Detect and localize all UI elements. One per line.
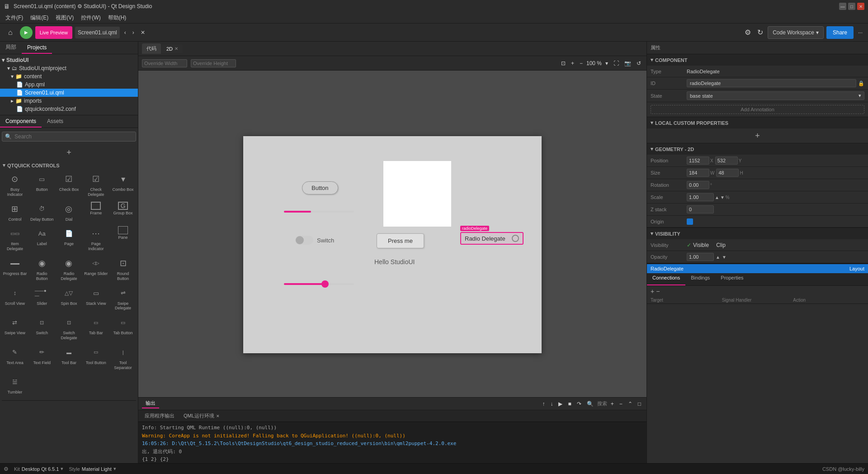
comp-dial[interactable]: ◎ Dial	[56, 200, 82, 224]
style-selector[interactable]: Style Material Light ▾	[69, 466, 116, 472]
override-height-input[interactable]	[191, 59, 236, 67]
opacity-up-icon[interactable]: ▲	[716, 255, 720, 260]
output-tab[interactable]: 输出	[142, 399, 159, 408]
toggle-switch[interactable]	[295, 236, 313, 245]
output-add-icon[interactable]: +	[609, 400, 616, 408]
tree-item[interactable]: ▾ 📁 content	[0, 72, 138, 81]
opacity-input[interactable]	[687, 253, 714, 261]
comp-swipe-delegate[interactable]: ⇌ SwipeDelegate	[110, 284, 136, 313]
tab-2d[interactable]: 2D ✕	[162, 44, 183, 53]
w-input[interactable]	[687, 169, 709, 177]
zstack-input[interactable]	[687, 205, 714, 213]
tab-close-icon[interactable]: ✕	[175, 46, 178, 51]
output-down-icon[interactable]: ↓	[548, 400, 555, 408]
settings-icon[interactable]: ⚙	[743, 27, 753, 38]
comp-page[interactable]: 📄 Page	[56, 224, 82, 253]
comp-stack-view[interactable]: ▭ Stack View	[83, 284, 109, 313]
tab-projects[interactable]: Projects	[22, 42, 52, 54]
zoom-in-icon[interactable]: +	[569, 59, 576, 67]
tree-item-selected[interactable]: 📄 Screen01.ui.qml	[0, 89, 138, 97]
tree-root[interactable]: ▾ StudioUI	[0, 56, 138, 64]
canvas-press-button[interactable]: Press me	[377, 233, 424, 248]
comp-slider[interactable]: ——●— Slider	[29, 284, 55, 313]
output-up-icon[interactable]: ↑	[540, 400, 547, 408]
id-value[interactable]: radioDelegate	[687, 79, 856, 87]
nav-close-button[interactable]: ✕	[139, 28, 147, 37]
comp-tumbler[interactable]: ☱ Tumbler	[2, 373, 28, 397]
comp-progress-bar[interactable]: ▬▬ Progress Bar	[2, 254, 28, 283]
canvas-radio-delegate[interactable]: Radio Delegate	[460, 232, 524, 245]
home-button[interactable]: ⌂	[4, 26, 17, 39]
menu-edit[interactable]: 编辑(E)	[27, 13, 52, 23]
y-input[interactable]	[715, 156, 738, 165]
nav-fwd-button[interactable]: ›	[131, 28, 136, 37]
add-component-button[interactable]: +	[64, 147, 75, 158]
comp-switch-delegate[interactable]: ⊡ SwitchDelegate	[56, 313, 82, 342]
comp-delay-button[interactable]: ⏱ Delay Button	[29, 200, 55, 224]
menu-file[interactable]: 文件(F)	[2, 13, 27, 23]
comp-tab-bar[interactable]: ▭ Tab Bar	[83, 313, 109, 342]
comp-check-box[interactable]: ☑ Check Box	[56, 170, 82, 199]
refresh-icon[interactable]: ↻	[755, 27, 765, 38]
tab-local[interactable]: 局部	[0, 42, 22, 54]
menu-view[interactable]: 视图(V)	[52, 13, 77, 23]
comp-swipe-view[interactable]: ⇄ Swipe View	[2, 313, 28, 342]
qtquick-controls-header[interactable]: ▾ QTQUICK CONTROLS	[2, 161, 136, 170]
comp-tool-button[interactable]: ▭ Tool Button	[83, 343, 109, 372]
zoom-out-icon[interactable]: −	[578, 59, 585, 67]
qml-env-tab[interactable]: QML运行环境 ✕	[180, 412, 223, 420]
comp-switch[interactable]: ⊡ Switch	[29, 313, 55, 342]
camera-icon[interactable]: 📷	[623, 59, 633, 67]
rotation-input[interactable]	[687, 181, 709, 189]
minimize-button[interactable]: —	[839, 3, 846, 10]
tab-code[interactable]: 代码	[142, 43, 161, 54]
refresh-canvas-icon[interactable]: ↺	[635, 59, 643, 67]
comp-item-delegate[interactable]: ▭▭ ItemDelegate	[2, 224, 28, 253]
qml-close-icon[interactable]: ✕	[216, 414, 220, 418]
zoom-step-icon[interactable]: ▾	[604, 59, 610, 67]
output-search-icon[interactable]: 🔍	[585, 400, 595, 408]
workspace-selector[interactable]: Code Workspace ▾	[768, 26, 824, 39]
search-input[interactable]	[14, 133, 133, 140]
comp-check-delegate[interactable]: ☑ CheckDelegate	[83, 170, 109, 199]
conn-tab-properties[interactable]: Properties	[715, 273, 749, 285]
output-step-icon[interactable]: ↷	[575, 400, 583, 408]
comp-page-indicator[interactable]: ⋯ PageIndicator	[83, 224, 109, 253]
conn-tab-connections[interactable]: Connections	[647, 273, 685, 285]
tab-components[interactable]: Components	[0, 115, 42, 128]
add-annotation-button[interactable]: Add Annotation	[651, 105, 864, 114]
comp-busy-indicator[interactable]: ⊙ BusyIndicator	[2, 170, 28, 199]
comp-control[interactable]: ⊞ Control	[2, 200, 28, 224]
comp-combo-box[interactable]: ▾ Combo Box	[110, 170, 136, 199]
close-button[interactable]: ✕	[857, 3, 864, 10]
geometry-section-header[interactable]: ▾ GEOMETRY - 2D	[647, 143, 868, 155]
conn-remove-button[interactable]: −	[656, 288, 660, 295]
state-dropdown[interactable]: base state ▾	[687, 91, 864, 100]
comp-tool-separator[interactable]: | ToolSeparator	[110, 343, 136, 372]
tree-item[interactable]: ▸ 📁 imports	[0, 97, 138, 105]
output-remove-icon[interactable]: −	[618, 400, 624, 408]
visibility-section-header[interactable]: ▾ VISIBILITY	[647, 228, 868, 239]
canvas-button-widget[interactable]: Button	[302, 181, 338, 194]
comp-round-button[interactable]: ⊡ RoundButton	[110, 254, 136, 283]
comp-text-area[interactable]: ✎ Text Area	[2, 343, 28, 372]
comp-radio-button[interactable]: ◉ RadioButton	[29, 254, 55, 283]
comp-tool-bar[interactable]: ▬ Tool Bar	[56, 343, 82, 372]
h-input[interactable]	[716, 169, 739, 177]
output-collapse-icon[interactable]: ⌃	[626, 400, 634, 408]
scale-input[interactable]	[687, 193, 714, 201]
comp-range-slider[interactable]: ◁▷ Range Slider	[83, 254, 109, 283]
x-input[interactable]	[687, 156, 709, 165]
comp-radio-delegate[interactable]: ◉ RadioDelegate	[56, 254, 82, 283]
scale-up-icon[interactable]: ▲	[715, 195, 719, 200]
fullscreen-icon[interactable]: ⛶	[612, 59, 621, 67]
nav-back-button[interactable]: ‹	[123, 28, 128, 37]
tab-assets[interactable]: Assets	[42, 115, 69, 128]
output-stop-icon[interactable]: ■	[566, 400, 573, 408]
tree-item[interactable]: 📄 App.qml	[0, 81, 138, 89]
local-custom-header[interactable]: ▾ LOCAL CUSTOM PROPERTIES	[647, 117, 868, 128]
comp-scroll-view[interactable]: ↕ Scroll View	[2, 284, 28, 313]
fit-icon[interactable]: ⊡	[559, 59, 567, 67]
output-expand-icon[interactable]: □	[636, 400, 643, 408]
menu-help[interactable]: 帮助(H)	[104, 13, 130, 23]
